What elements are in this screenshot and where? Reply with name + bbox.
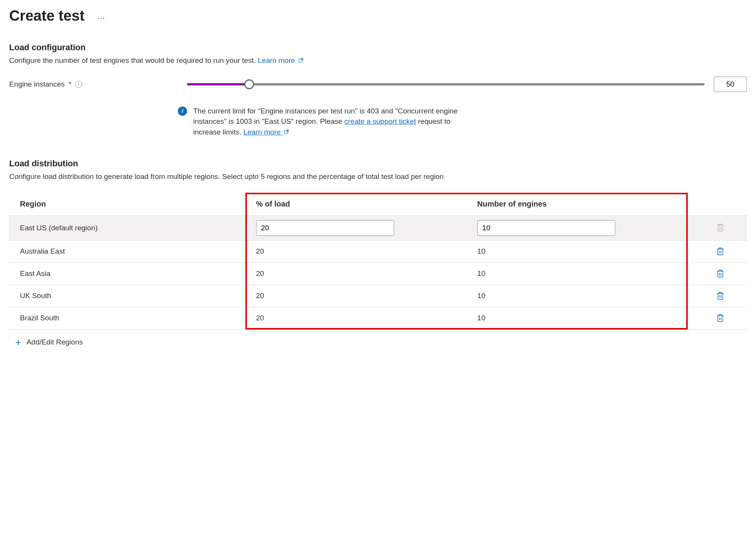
region-cell: Brazil South [9,307,245,329]
load-dist-heading: Load distribution [9,159,747,169]
svg-rect-4 [718,271,723,277]
svg-rect-3 [718,249,723,255]
pct-input[interactable] [256,220,394,236]
region-cell: East US (default region) [9,215,245,240]
region-cell: Australia East [9,240,245,262]
engine-limit-info: i The current limit for "Engine instance… [178,106,473,138]
load-config-heading: Load configuration [9,43,747,52]
limits-learn-more-link[interactable]: Learn more [243,128,289,136]
learn-more-label: Learn more [258,56,295,64]
slider-thumb[interactable] [244,79,254,89]
delete-region-button [715,221,726,234]
engines-cell [467,215,688,240]
pct-cell: 20 [245,285,467,307]
pct-cell: 20 [245,240,467,262]
delete-cell [688,262,747,285]
table-row: East Asia2010 [9,262,747,285]
svg-rect-5 [718,293,723,299]
trash-icon [716,291,725,300]
svg-rect-2 [718,225,723,231]
pct-cell: 20 [245,307,467,329]
load-distribution-table: Region % of load Number of engines East … [9,193,747,330]
limits-learn-more-label: Learn more [243,128,281,136]
engines-input[interactable] [477,220,615,236]
trash-icon [716,269,725,278]
column-header-engines: Number of engines [467,193,688,216]
delete-cell [688,285,747,307]
table-row: Australia East2010 [9,240,747,262]
info-icon[interactable]: i [75,81,82,88]
table-row: UK South2010 [9,285,747,307]
load-config-description-text: Configure the number of test engines tha… [9,56,258,64]
add-edit-regions-label: Add/Edit Regions [26,338,83,346]
engine-instances-label: Engine instances [9,80,65,89]
external-link-icon [298,57,304,63]
required-indicator: * [69,80,71,89]
region-cell: East Asia [9,262,245,285]
delete-cell [688,240,747,262]
load-config-description: Configure the number of test engines tha… [9,56,747,66]
delete-region-button[interactable] [715,267,726,280]
delete-region-button[interactable] [715,245,726,257]
create-support-ticket-link[interactable]: create a support ticket [344,117,416,125]
column-header-region: Region [9,193,245,216]
load-config-learn-more-link[interactable]: Learn more [258,56,304,64]
load-distribution-section: Load distribution Configure load distrib… [9,159,747,347]
engines-cell: 10 [467,240,688,262]
region-cell: UK South [9,285,245,307]
engine-instances-slider[interactable] [187,79,705,90]
delete-cell [688,307,747,329]
more-actions-button[interactable]: … [97,11,106,21]
add-edit-regions-button[interactable]: + Add/Edit Regions [9,330,747,347]
plus-icon: + [15,337,21,347]
page-title: Create test [9,8,84,24]
delete-cell [688,215,747,240]
delete-region-button[interactable] [715,290,726,302]
engines-cell: 10 [467,262,688,285]
delete-region-button[interactable] [715,312,726,324]
table-row: East US (default region) [9,215,747,240]
pct-cell [245,215,467,240]
column-header-pct: % of load [245,193,467,216]
table-row: Brazil South2010 [9,307,747,329]
load-configuration-section: Load configuration Configure the number … [9,43,747,137]
engine-instances-input[interactable] [714,77,747,92]
trash-icon [716,313,725,323]
pct-cell: 20 [245,262,467,285]
trash-icon [716,247,725,256]
engines-cell: 10 [467,307,688,329]
svg-rect-6 [718,315,723,321]
external-link-icon [284,129,289,134]
engines-cell: 10 [467,285,688,307]
load-dist-description: Configure load distribution to generate … [9,172,747,182]
info-badge-icon: i [178,107,187,116]
trash-icon [716,223,725,232]
